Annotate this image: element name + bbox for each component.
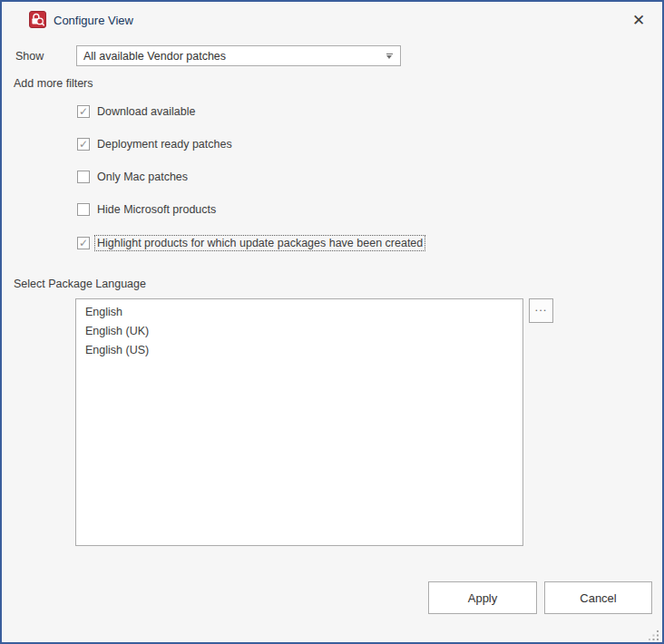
checkbox-label[interactable]: Hide Microsoft products (95, 202, 218, 217)
browse-languages-button[interactable]: ... (529, 298, 553, 323)
checkbox[interactable] (77, 171, 90, 183)
dialog-title: Configure View (54, 14, 133, 27)
list-item-english-uk[interactable]: English (UK) (76, 322, 522, 341)
ellipsis-icon: ... (535, 299, 548, 316)
show-label: Show (15, 50, 44, 63)
apply-button[interactable]: Apply (428, 581, 537, 614)
checkbox-label[interactable]: Deployment ready patches (95, 137, 234, 151)
resize-grip-icon[interactable] (649, 629, 659, 639)
checkbox[interactable] (77, 203, 90, 216)
checkbox-row-hide-microsoft[interactable]: Hide Microsoft products (77, 202, 218, 217)
checkbox[interactable] (77, 105, 90, 118)
checkbox-label[interactable]: Only Mac patches (95, 170, 190, 184)
checkbox-row-deployment-ready[interactable]: Deployment ready patches (77, 137, 234, 151)
patch-lock-icon (29, 11, 46, 28)
list-item-english[interactable]: English (76, 303, 522, 322)
checkbox-row-highlight-products[interactable]: Highlight products for which update pack… (77, 236, 425, 250)
filters-heading: Add more filters (14, 77, 93, 90)
checkbox-row-download-available[interactable]: Download available (77, 104, 197, 119)
chevron-down-icon[interactable] (378, 46, 400, 65)
configure-view-dialog: Configure View ✕ Show All available Vend… (0, 0, 664, 644)
checkbox[interactable] (77, 138, 90, 151)
checkbox-label[interactable]: Highlight products for which update pack… (95, 236, 425, 250)
show-dropdown[interactable]: All available Vendor patches (76, 45, 401, 66)
language-listbox[interactable]: English English (UK) English (US) (75, 298, 523, 546)
list-item-english-us[interactable]: English (US) (76, 341, 522, 360)
close-icon[interactable]: ✕ (628, 9, 649, 31)
checkbox-label[interactable]: Download available (95, 104, 197, 119)
cancel-button[interactable]: Cancel (544, 581, 652, 614)
show-dropdown-value: All available Vendor patches (77, 50, 378, 63)
checkbox-row-only-mac[interactable]: Only Mac patches (77, 170, 190, 184)
checkbox[interactable] (77, 237, 90, 249)
language-heading: Select Package Language (14, 278, 146, 290)
